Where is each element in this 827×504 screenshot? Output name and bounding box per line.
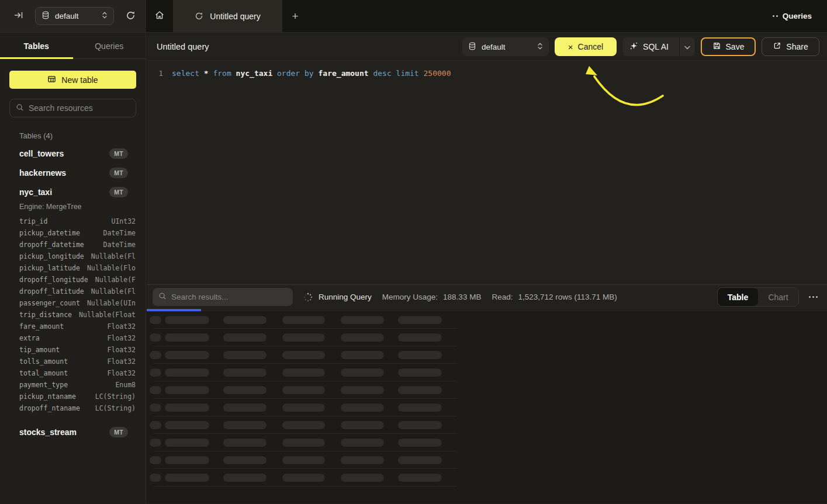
column-type: Float32: [108, 369, 136, 377]
skeleton-cell: [165, 421, 209, 429]
skeleton-cell: [223, 421, 267, 429]
database-icon: [468, 42, 476, 52]
new-tab-button[interactable]: +: [282, 0, 308, 32]
column-row: dropoff_latitudeNullable(Fl: [0, 286, 146, 297]
skeleton-row: [147, 434, 827, 451]
topbar-left: default: [0, 0, 146, 32]
sql-ai-button[interactable]: SQL AI: [622, 37, 695, 56]
column-name: dropoff_longitude: [19, 276, 88, 284]
column-name: pickup_longitude: [19, 252, 84, 260]
column-type: UInt32: [111, 217, 136, 225]
share-icon: [773, 41, 781, 52]
skeleton-cell: [150, 351, 161, 359]
table-name: cell_towers: [19, 149, 64, 158]
skeleton-cell: [398, 369, 442, 377]
save-button[interactable]: Save: [701, 37, 756, 56]
skeleton-row: [147, 329, 827, 346]
column-type: Nullable(Float: [79, 311, 136, 319]
query-database-select[interactable]: default: [462, 37, 549, 56]
column-name: tolls_amount: [19, 357, 68, 366]
search-icon: [158, 292, 167, 302]
column-type: Nullable(F: [95, 276, 136, 284]
home-icon: [154, 10, 165, 22]
sql-editor[interactable]: 1 select * from nyc_taxi order by fare_a…: [147, 61, 827, 284]
column-type: Float32: [108, 346, 136, 354]
skeleton-cell: [223, 333, 267, 342]
refresh-icon: [126, 11, 136, 22]
skeleton-cell: [282, 474, 325, 482]
skeleton-cell: [150, 439, 161, 447]
query-title: Untitled query: [157, 42, 209, 51]
table-columns: trip_idUInt32pickup_datetimeDateTimedrop…: [0, 215, 146, 422]
more-options-button[interactable]: [807, 294, 820, 300]
read-label: Read:: [492, 293, 513, 301]
tab-label: Untitled query: [210, 12, 260, 21]
table-name: stocks_stream: [19, 427, 77, 437]
chevron-down-icon: [684, 42, 690, 51]
skeleton-cell: [223, 369, 267, 377]
column-type: Nullable(UIn: [87, 299, 136, 307]
table-row[interactable]: stocks_streamMT: [0, 422, 146, 442]
skeleton-cell: [341, 333, 384, 342]
table-row[interactable]: cell_towersMT: [0, 144, 146, 163]
skeleton-row: [147, 311, 827, 329]
column-row: dropoff_longitudeNullable(F: [0, 274, 146, 286]
table-row[interactable]: nyc_taxiMT: [0, 182, 146, 201]
topbar-database-select[interactable]: default: [35, 7, 114, 25]
tabstrip: Untitled query + Queries: [146, 0, 827, 32]
new-table-button[interactable]: New table: [9, 71, 136, 89]
collapse-sidebar-button[interactable]: [13, 9, 25, 23]
sidebar: Tables Queries New table Tables (4) cell…: [0, 33, 146, 504]
table-name: hackernews: [19, 168, 66, 178]
column-type: DateTime: [103, 241, 136, 249]
column-name: trip_distance: [19, 311, 72, 319]
loading-spinner-icon: [303, 293, 313, 302]
share-button[interactable]: Share: [762, 37, 819, 56]
search-resources-input[interactable]: [29, 103, 130, 113]
column-row: pickup_datetimeDateTime: [0, 227, 146, 239]
skeleton-cell: [341, 316, 384, 324]
skeleton-cell: [165, 369, 209, 377]
cancel-button[interactable]: × Cancel: [555, 37, 617, 56]
engine-badge: MT: [109, 148, 128, 159]
cancel-label: Cancel: [578, 42, 604, 51]
skeleton-row: [147, 381, 827, 399]
refresh-button[interactable]: [124, 9, 137, 23]
skeleton-row: [147, 416, 827, 434]
skeleton-cell: [282, 404, 325, 412]
view-toggle-chart[interactable]: Chart: [758, 288, 798, 306]
save-label: Save: [726, 42, 745, 51]
skeleton-cell: [282, 421, 325, 429]
read-value: 1,523,712 rows (113.71 MB): [518, 293, 617, 301]
search-results-input[interactable]: [171, 293, 287, 301]
queries-shortcut-button[interactable]: Queries: [773, 0, 827, 32]
skeleton-cell: [165, 456, 209, 464]
home-tab[interactable]: [146, 0, 173, 32]
collapse-sidebar-icon: [14, 11, 23, 22]
skeleton-cell: [223, 439, 267, 447]
tab-untitled-query[interactable]: Untitled query: [173, 0, 282, 32]
column-row: pickup_latitudeNullable(Flo: [0, 262, 146, 274]
results-skeleton: [147, 311, 827, 503]
results-toolbar: Running Query Memory Usage: 188.33 MB Re…: [147, 284, 827, 309]
column-name: dropoff_datetime: [19, 241, 84, 249]
skeleton-cell: [282, 351, 325, 359]
skeleton-cell: [223, 474, 267, 482]
skeleton-cell: [398, 316, 442, 324]
skeleton-cell: [150, 474, 161, 482]
skeleton-cell: [341, 386, 384, 394]
topbar: default Untitled query + Queries: [0, 0, 827, 33]
sidebar-tab-queries[interactable]: Queries: [73, 33, 146, 58]
table-row[interactable]: hackernewsMT: [0, 163, 146, 182]
column-row: tip_amountFloat32: [0, 344, 146, 356]
column-row: payment_typeEnum8: [0, 379, 146, 391]
sql-ai-dropdown[interactable]: [679, 37, 695, 56]
skeleton-cell: [223, 386, 267, 394]
skeleton-cell: [341, 456, 384, 464]
sidebar-tab-tables[interactable]: Tables: [0, 33, 73, 58]
database-icon: [41, 11, 50, 21]
column-type: Float32: [108, 357, 136, 366]
table-name: nyc_taxi: [19, 187, 52, 197]
view-toggle-table[interactable]: Table: [718, 288, 758, 306]
skeleton-cell: [150, 421, 161, 429]
